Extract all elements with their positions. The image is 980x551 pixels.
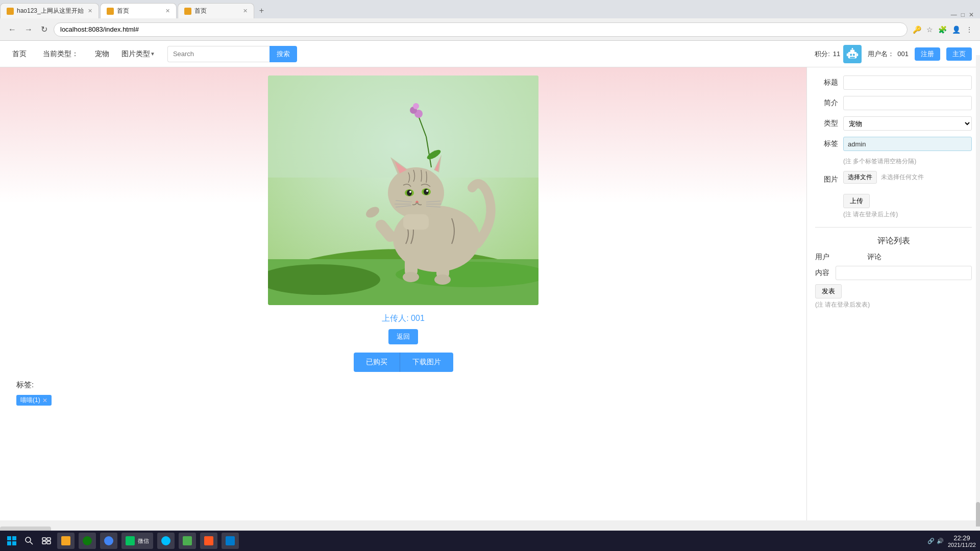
comment-section: 评论列表 用户 评论 内容 发表 (注 请在登录后发表) (815, 227, 972, 309)
browser-tab-1[interactable]: hao123_上网从这里开始 ✕ (0, 3, 99, 18)
user-area: 用户名： 001 (868, 49, 909, 59)
nav-current-type-label: 当前类型： (39, 47, 83, 61)
search-button[interactable]: 搜索 (270, 46, 297, 62)
content-input[interactable] (836, 266, 972, 280)
back-button[interactable]: ← (6, 23, 18, 36)
tab1-favicon (7, 8, 14, 15)
intro-row: 简介 (815, 96, 972, 110)
download-button[interactable]: 下载图片 (400, 353, 453, 372)
tag-section-label: 标签: (16, 380, 34, 390)
nav-image-type-label: 图片类型 (121, 49, 150, 59)
type-select[interactable]: 宠物 (843, 116, 972, 131)
nav-right-area: 积分: 11 用户名： (815, 45, 972, 63)
browser-tab-2[interactable]: 首页 ✕ (100, 3, 177, 18)
register-button[interactable]: 注册 (915, 47, 940, 61)
svg-point-30 (424, 189, 429, 195)
key-icon: 🔑 (912, 24, 922, 35)
svg-point-31 (409, 191, 411, 193)
svg-rect-4 (850, 57, 855, 58)
search-input[interactable] (167, 46, 270, 62)
back-button[interactable]: 返回 (388, 329, 418, 344)
forward-button[interactable]: → (22, 23, 35, 36)
robot-svg (845, 47, 860, 61)
svg-point-44 (434, 274, 451, 285)
cat-image-svg (268, 76, 538, 305)
tab2-close-btn[interactable]: ✕ (161, 8, 170, 14)
content-label: 内容 (815, 268, 830, 278)
tab3-title: 首页 (194, 7, 207, 15)
svg-point-22 (388, 167, 444, 218)
content-row: 内容 (815, 266, 972, 280)
navbar: 首页 当前类型： 宠物 图片类型 ▼ 搜索 积分: 11 (0, 41, 980, 67)
tab1-close-btn[interactable]: ✕ (84, 8, 92, 14)
maximize-btn[interactable]: □ (961, 11, 965, 18)
user-value: 001 (897, 50, 909, 58)
robot-icon (843, 45, 862, 63)
file-name-display: 未选择任何文件 (881, 173, 924, 182)
title-row: 标题 (815, 76, 972, 90)
intro-input[interactable] (843, 96, 972, 110)
svg-rect-40 (403, 214, 429, 230)
star-icon[interactable]: ☆ (925, 24, 934, 35)
close-btn[interactable]: ✕ (969, 11, 974, 18)
browser-tab-3[interactable]: 首页 ✕ (178, 3, 254, 18)
comment-user-col: 用户 (815, 253, 867, 262)
nav-image-type-dropdown[interactable]: 图片类型 ▼ (121, 49, 155, 59)
tab-extra-controls: — □ ✕ (949, 11, 980, 18)
upload-button[interactable]: 上传 (843, 194, 870, 208)
svg-point-29 (407, 190, 412, 196)
title-input[interactable] (843, 76, 972, 90)
action-buttons: 已购买 下载图片 (354, 353, 453, 372)
type-label: 类型 (815, 119, 838, 128)
search-wrapper: 搜索 (167, 46, 297, 62)
tag-item-1: 喵喵(1) ✕ (16, 395, 52, 406)
file-choose-button[interactable]: 选择文件 (843, 171, 877, 184)
new-tab-button[interactable]: + (255, 4, 268, 17)
nav-home-link[interactable]: 首页 (8, 47, 31, 61)
tab-bar: hao123_上网从这里开始 ✕ 首页 ✕ 首页 ✕ + — □ ✕ (0, 0, 980, 18)
nav-current-type-value: 宠物 (91, 47, 113, 61)
file-row: 选择文件 未选择任何文件 (843, 171, 924, 184)
svg-point-2 (850, 54, 852, 56)
score-label: 积分: (815, 49, 830, 59)
extension-icon[interactable]: 🧩 (937, 24, 948, 35)
svg-rect-1 (850, 49, 854, 53)
svg-point-43 (403, 272, 419, 282)
home-button[interactable]: 主页 (946, 47, 972, 61)
menu-icon[interactable]: ⋮ (965, 24, 974, 35)
title-label: 标题 (815, 78, 838, 87)
bought-button[interactable]: 已购买 (354, 353, 400, 372)
dropdown-arrow-icon: ▼ (150, 51, 155, 57)
left-panel: 上传人: 001 返回 已购买 下载图片 标签: 喵喵(1) ✕ (0, 67, 806, 520)
svg-point-19 (413, 103, 419, 109)
svg-rect-10 (268, 76, 538, 178)
tag-row: 标签 (815, 137, 972, 151)
refresh-button[interactable]: ↻ (39, 22, 50, 36)
publish-note: (注 请在登录后发表) (815, 300, 972, 309)
type-row: 类型 宠物 (815, 116, 972, 131)
tag-text-1: 喵喵(1) (20, 396, 40, 405)
account-icon[interactable]: 👤 (951, 24, 962, 35)
image-row: 图片 选择文件 未选择任何文件 (815, 171, 972, 188)
score-value: 11 (833, 50, 840, 58)
publish-button[interactable]: 发表 (815, 284, 842, 298)
right-scrollbar[interactable] (976, 55, 980, 520)
tab3-close-btn[interactable]: ✕ (239, 8, 248, 14)
intro-label: 简介 (815, 98, 838, 108)
cat-image-container (268, 76, 538, 305)
tab2-title: 首页 (117, 7, 129, 15)
tab2-favicon (107, 8, 114, 15)
svg-rect-7 (847, 53, 848, 56)
comment-col: 评论 (867, 253, 972, 262)
image-label: 图片 (815, 175, 838, 184)
tag-close-1[interactable]: ✕ (42, 397, 47, 404)
comment-header: 用户 评论 (815, 253, 972, 262)
right-panel: 标题 简介 类型 宠物 标签 (注 多个标签请用空格分隔) (806, 67, 980, 520)
comment-section-title: 评论列表 (815, 236, 972, 246)
tags-area: 喵喵(1) ✕ (16, 395, 52, 406)
address-input[interactable] (54, 22, 908, 37)
tag-input[interactable] (843, 137, 972, 151)
address-icons: 🔑 ☆ 🧩 👤 ⋮ (912, 24, 974, 35)
right-scrollbar-thumb[interactable] (976, 502, 980, 520)
minimize-btn[interactable]: — (951, 11, 957, 18)
